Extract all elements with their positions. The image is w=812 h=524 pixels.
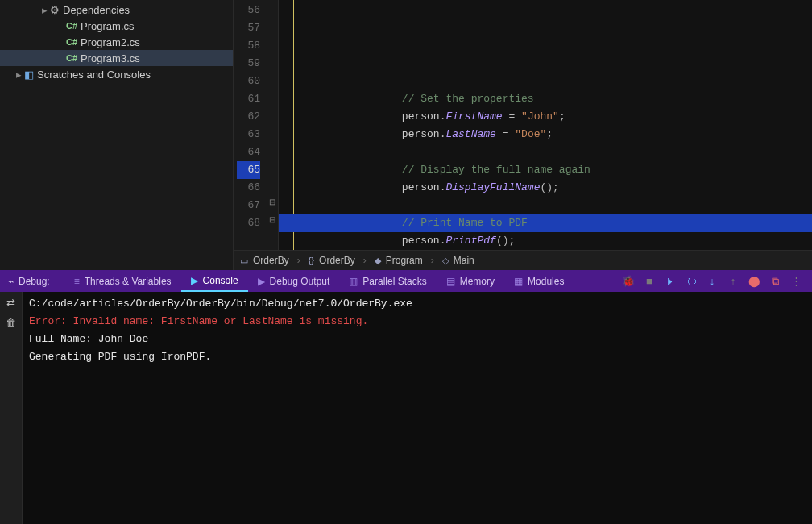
layout-icon[interactable]: ⇄: [6, 297, 15, 309]
tree-item-label: Dependencies: [63, 4, 130, 16]
breadcrumb-item[interactable]: {}OrderBy: [309, 255, 355, 266]
line-number[interactable]: 56: [237, 2, 260, 19]
tab-label: Console: [203, 275, 238, 286]
breadcrumb-separator-icon: ›: [297, 255, 300, 266]
breadcrumb-label: OrderBy: [253, 255, 289, 266]
tree-item-program2-cs[interactable]: C#Program2.cs: [0, 34, 233, 50]
line-number[interactable]: 64: [237, 143, 260, 161]
debug-tab-modules[interactable]: ▦Modules: [504, 270, 574, 292]
code-editor[interactable]: // Set the properties person.FirstName =…: [279, 0, 812, 250]
csharp-file-icon: C#: [66, 53, 77, 63]
tree-item-label: Scratches and Consoles: [37, 69, 151, 81]
stop-icon[interactable]: ■: [643, 275, 656, 288]
step-into-icon[interactable]: ↓: [706, 275, 719, 288]
line-number[interactable]: 61: [237, 90, 260, 108]
line-number[interactable]: 57: [237, 19, 260, 37]
debug-label: ⌁Debug:: [8, 276, 50, 287]
debug-tab-console[interactable]: ▶Console: [181, 270, 248, 292]
tab-icon: ▦: [514, 276, 523, 287]
fold-handle-icon[interactable]: ⊟: [269, 198, 276, 206]
tree-item-scratches-and-consoles[interactable]: ◧Scratches and Consoles: [0, 66, 233, 82]
code-line[interactable]: // Set the properties: [279, 90, 812, 108]
console-line: Generating PDF using IronPDF.: [29, 348, 806, 366]
console-line: Error: Invalid name: FirstName or LastNa…: [29, 313, 806, 331]
debug-tab-memory[interactable]: ▤Memory: [437, 270, 504, 292]
breadcrumb-item[interactable]: ▭OrderBy: [240, 255, 289, 266]
tab-label: Modules: [528, 276, 564, 287]
line-number[interactable]: 68: [237, 214, 260, 232]
tab-icon: ▥: [349, 276, 358, 287]
chevron-icon[interactable]: [39, 4, 50, 16]
tab-icon: ▶: [191, 275, 198, 286]
console-panel: ⇄🗑 C:/code/articles/OrderBy/OrderBy/bin/…: [0, 292, 812, 524]
bug-icon[interactable]: 🐞: [622, 275, 635, 288]
breadcrumb-label: Main: [454, 255, 474, 266]
code-line[interactable]: person.DisplayFullName();: [279, 179, 812, 197]
code-line[interactable]: // Print Name to PDF: [279, 214, 812, 232]
scratches-icon: ◧: [24, 69, 34, 81]
line-number[interactable]: 60: [237, 73, 260, 90]
breadcrumb-icon: ◆: [375, 256, 381, 266]
console-output[interactable]: C:/code/articles/OrderBy/OrderBy/bin/Deb…: [23, 292, 812, 524]
tab-label: Memory: [460, 276, 495, 287]
csharp-file-icon: C#: [66, 21, 77, 31]
line-number[interactable]: 59: [237, 55, 260, 73]
tree-item-program-cs[interactable]: C#Program.cs: [0, 18, 233, 34]
tree-item-label: Program3.cs: [81, 52, 140, 64]
resume-icon[interactable]: ⏵: [664, 275, 677, 288]
line-gutter: 56575859606162636465666768: [234, 0, 267, 250]
breadcrumb-separator-icon: ›: [363, 255, 367, 266]
code-line[interactable]: person.LastName = "Doe";: [279, 126, 812, 143]
more-icon[interactable]: ⋮: [789, 275, 802, 288]
breadcrumb-icon: {}: [309, 256, 314, 265]
code-line[interactable]: // Display the full name again: [279, 161, 812, 179]
tab-label: Debug Output: [270, 276, 330, 287]
code-line[interactable]: person.PrintPdf();: [279, 232, 812, 250]
tree-item-label: Program2.cs: [81, 36, 140, 48]
code-line[interactable]: [279, 143, 812, 161]
line-number[interactable]: 66: [237, 179, 260, 197]
console-side-buttons: ⇄🗑: [0, 292, 23, 524]
debug-tab-parallel-stacks[interactable]: ▥Parallel Stacks: [339, 270, 436, 292]
code-line[interactable]: person.FirstName = "John";: [279, 108, 812, 126]
debug-action-icons: 🐞■⏵⭮↓↑⬤⧉⋮: [622, 275, 812, 288]
mute-breakpoints-icon[interactable]: ⬤: [748, 275, 760, 288]
fold-handle-icon[interactable]: ⊟: [269, 215, 276, 224]
fold-column: ⊟ ⊟: [267, 0, 279, 250]
debug-icon: ⌁: [8, 276, 14, 287]
step-out-icon[interactable]: ↑: [727, 275, 740, 288]
breadcrumb-label: Program: [386, 255, 423, 266]
debug-tab-debug-output[interactable]: ▶Debug Output: [248, 270, 340, 292]
line-number[interactable]: 65: [237, 161, 260, 179]
breadcrumb-label: OrderBy: [319, 255, 355, 266]
tab-label: Threads & Variables: [85, 276, 172, 287]
tab-icon: ▶: [258, 276, 265, 287]
line-number[interactable]: 63: [237, 126, 260, 143]
tree-item-label: Program.cs: [81, 20, 134, 32]
line-number[interactable]: 62: [237, 108, 260, 126]
project-tree[interactable]: ⚙DependenciesC#Program.csC#Program2.csC#…: [0, 0, 233, 270]
breadcrumb-separator-icon: ›: [431, 255, 434, 266]
breadcrumb-item[interactable]: ◆Program: [375, 255, 423, 266]
dependencies-icon: ⚙: [50, 4, 60, 16]
csharp-file-icon: C#: [66, 37, 77, 47]
code-line[interactable]: [279, 197, 812, 214]
line-number[interactable]: 67: [237, 197, 260, 214]
line-number[interactable]: 58: [237, 37, 260, 55]
code-line[interactable]: [279, 55, 812, 73]
breadcrumb-icon: ◇: [442, 256, 449, 266]
view-breakpoints-icon[interactable]: ⧉: [768, 275, 781, 288]
tree-item-dependencies[interactable]: ⚙Dependencies: [0, 2, 233, 18]
chevron-icon[interactable]: [13, 69, 24, 81]
code-line[interactable]: [279, 73, 812, 90]
console-line: Full Name: John Doe: [29, 331, 806, 348]
console-line: C:/code/articles/OrderBy/OrderBy/bin/Deb…: [29, 295, 806, 313]
step-over-icon[interactable]: ⭮: [685, 275, 698, 288]
tab-icon: ≡: [74, 276, 80, 287]
breadcrumb-item[interactable]: ◇Main: [442, 255, 474, 266]
tab-icon: ▤: [446, 276, 455, 287]
tree-item-program3-cs[interactable]: C#Program3.cs: [0, 50, 233, 66]
breadcrumb-bar: ▭OrderBy›{}OrderBy›◆Program›◇Main: [234, 250, 812, 270]
debug-tab-threads-variables[interactable]: ≡Threads & Variables: [64, 270, 181, 292]
trash-icon[interactable]: 🗑: [6, 317, 16, 329]
